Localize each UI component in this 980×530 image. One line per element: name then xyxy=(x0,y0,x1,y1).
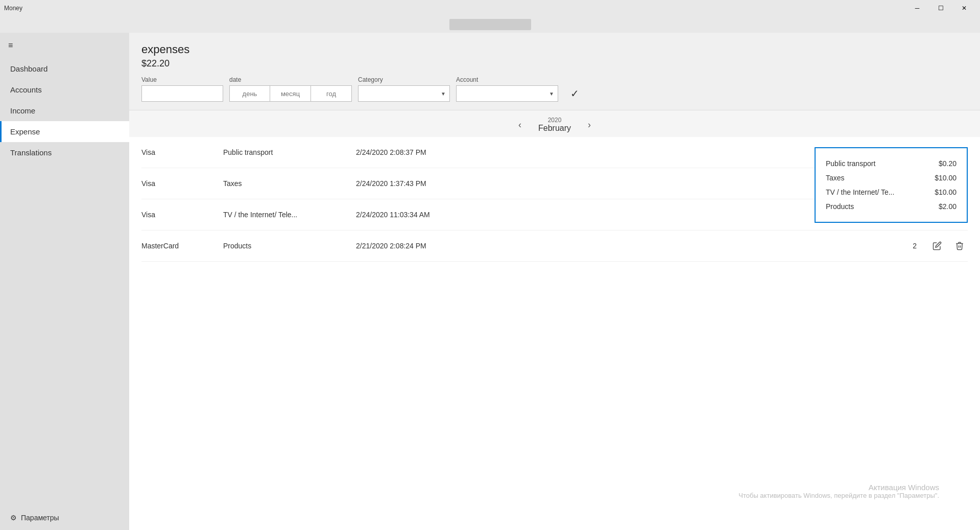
sidebar: ≡ DashboardAccountsIncomeExpenseTranslat… xyxy=(0,33,129,530)
titlebar-controls: ─ ☐ ✕ xyxy=(905,0,976,16)
account-select[interactable] xyxy=(456,85,558,102)
category-select-wrapper: ▼ xyxy=(358,85,450,102)
date-month-input[interactable] xyxy=(270,85,311,102)
sidebar-item-accounts[interactable]: Accounts xyxy=(0,79,129,100)
account-select-wrapper: ▼ xyxy=(456,85,558,102)
category-group: Category ▼ xyxy=(358,76,450,102)
tx-account: Visa xyxy=(141,179,223,188)
summary-row: TV / the Internet/ Te... $10.00 xyxy=(826,185,957,199)
calendar-month: February xyxy=(538,124,571,133)
main-content: expenses $22.20 Value date Category xyxy=(129,33,980,530)
tx-amount: 2 xyxy=(876,242,917,250)
date-group: date xyxy=(229,76,352,102)
account-group: Account ▼ xyxy=(456,76,558,102)
settings-nav-item[interactable]: ⚙ Параметры xyxy=(0,505,129,530)
tx-category: Products xyxy=(223,242,356,250)
tx-account: Visa xyxy=(141,211,223,219)
summary-row: Products $2.00 xyxy=(826,199,957,214)
app-body: ≡ DashboardAccountsIncomeExpenseTranslat… xyxy=(0,33,980,530)
activation-watermark: Активация Windows Чтобы активировать Win… xyxy=(738,483,939,499)
tx-category: Public transport xyxy=(223,148,356,156)
summary-amount: $10.00 xyxy=(935,174,957,182)
category-select[interactable] xyxy=(358,85,450,102)
settings-icon: ⚙ xyxy=(10,514,17,522)
hamburger-menu[interactable]: ≡ xyxy=(0,37,129,58)
summary-amount: $0.20 xyxy=(939,159,957,168)
close-button[interactable]: ✕ xyxy=(952,0,976,16)
summary-amount: $10.00 xyxy=(935,188,957,196)
date-label: date xyxy=(229,76,352,83)
next-month-button[interactable]: › xyxy=(581,117,597,133)
account-label: Account xyxy=(456,76,558,83)
sidebar-item-expense[interactable]: Expense xyxy=(0,121,129,142)
settings-label: Параметры xyxy=(21,514,59,522)
summary-row: Public transport $0.20 xyxy=(826,156,957,171)
search-bar[interactable] xyxy=(449,19,531,30)
page-amount: $22.20 xyxy=(141,58,968,69)
app-name: Money xyxy=(4,5,22,12)
sidebar-item-income[interactable]: Income xyxy=(0,100,129,121)
value-input[interactable] xyxy=(141,85,223,102)
summary-category: Taxes xyxy=(826,174,845,182)
tx-category: TV / the Internet/ Tele... xyxy=(223,211,356,219)
transaction-list: Visa Public transport 2/24/2020 2:08:37 … xyxy=(129,137,980,530)
summary-container: Public transport $0.20 Taxes $10.00 TV /… xyxy=(826,156,957,214)
category-label: Category xyxy=(358,76,450,83)
tx-account: Visa xyxy=(141,148,223,156)
calendar-year: 2020 xyxy=(538,117,571,124)
confirm-button[interactable]: ✓ xyxy=(564,85,585,102)
tx-date: 2/24/2020 1:37:43 PM xyxy=(356,179,876,188)
tx-account: MasterCard xyxy=(141,242,223,250)
minimize-button[interactable]: ─ xyxy=(905,0,929,16)
sidebar-item-dashboard[interactable]: Dashboard xyxy=(0,58,129,79)
date-day-input[interactable] xyxy=(229,85,270,102)
activation-main-text: Активация Windows xyxy=(738,483,939,492)
tx-actions xyxy=(929,238,968,254)
value-label: Value xyxy=(141,76,223,83)
tx-date: 2/24/2020 11:03:34 AM xyxy=(356,211,876,219)
summary-panel: Public transport $0.20 Taxes $10.00 TV /… xyxy=(815,147,968,223)
nav-items: DashboardAccountsIncomeExpenseTranslatio… xyxy=(0,58,129,163)
searchbar-area xyxy=(0,16,980,33)
value-group: Value xyxy=(141,76,223,102)
page-title: expenses xyxy=(141,43,968,56)
sidebar-item-translations[interactable]: Translations xyxy=(0,142,129,163)
tx-category: Taxes xyxy=(223,179,356,188)
tx-date: 2/21/2020 2:08:24 PM xyxy=(356,242,876,250)
summary-category: Public transport xyxy=(826,159,875,168)
titlebar-left: Money xyxy=(4,5,22,12)
tx-date: 2/24/2020 2:08:37 PM xyxy=(356,148,876,156)
summary-amount: $2.00 xyxy=(939,202,957,211)
delete-button[interactable] xyxy=(951,238,968,254)
top-form: expenses $22.20 Value date Category xyxy=(129,33,980,110)
titlebar: Money ─ ☐ ✕ xyxy=(0,0,980,16)
maximize-button[interactable]: ☐ xyxy=(929,0,952,16)
date-year-input[interactable] xyxy=(311,85,352,102)
summary-category: TV / the Internet/ Te... xyxy=(826,188,894,196)
edit-button[interactable] xyxy=(929,238,945,254)
prev-month-button[interactable]: ‹ xyxy=(512,117,528,133)
summary-category: Products xyxy=(826,202,854,211)
calendar-nav: ‹ 2020 February › xyxy=(129,110,980,137)
calendar-month-year: 2020 February xyxy=(538,117,571,133)
activation-sub-text: Чтобы активировать Windows, перейдите в … xyxy=(738,492,939,499)
date-inputs xyxy=(229,85,352,102)
summary-row: Taxes $10.00 xyxy=(826,171,957,185)
transaction-row: MasterCard Products 2/21/2020 2:08:24 PM… xyxy=(141,231,968,262)
form-row: Value date Category xyxy=(141,76,968,102)
